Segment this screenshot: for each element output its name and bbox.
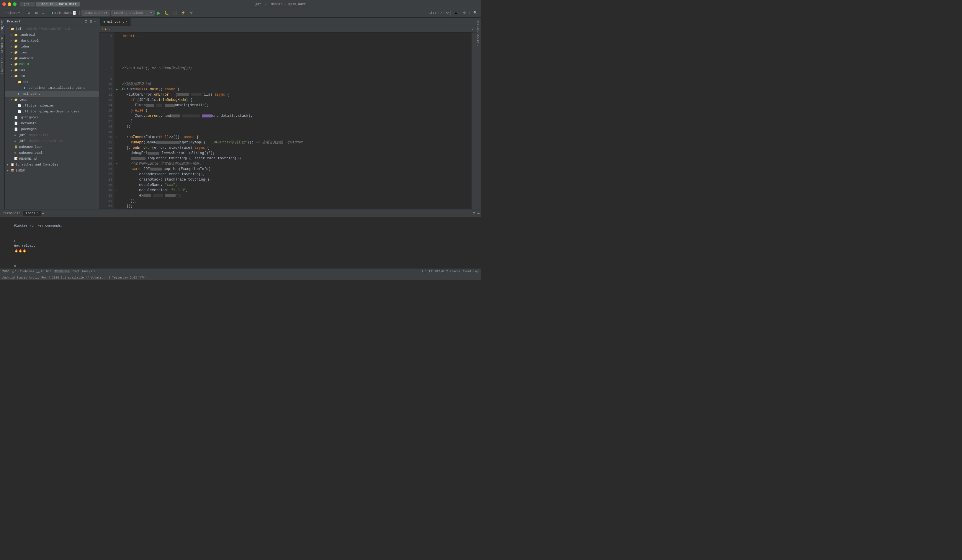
tree-item-pubspec-lock[interactable]: ▶ 🔒 pubspec.lock bbox=[5, 144, 99, 150]
devices-label: Loading Devices... bbox=[114, 11, 149, 15]
toolbar-sep-5 bbox=[470, 11, 470, 15]
todo-status[interactable]: TODO bbox=[2, 270, 10, 273]
tab-close-btn[interactable]: × bbox=[126, 20, 128, 23]
label-ios: .ios bbox=[19, 51, 27, 54]
close-button[interactable] bbox=[2, 2, 6, 6]
title-bar-tabs: jdf_ _module – main.dart bbox=[20, 2, 80, 6]
code-line-1: import ... bbox=[122, 34, 469, 39]
tree-item-packages[interactable]: ▶ 📄 .packages bbox=[5, 126, 99, 132]
event-log[interactable]: Event Log bbox=[463, 270, 479, 273]
status-bar-right: 1:1 LF UTF-8 2 spaces Event Log bbox=[421, 270, 479, 273]
tree-item-metadata[interactable]: ▶ 📄 .metadata bbox=[5, 120, 99, 126]
label-ios2: ios bbox=[19, 68, 25, 72]
term-text-1: Flutter run key commands. bbox=[14, 224, 63, 228]
todo-label: TODO bbox=[2, 270, 10, 273]
flutter-icon[interactable]: ⚙ bbox=[461, 10, 468, 15]
tree-item-lib[interactable]: ▾ 📁 lib bbox=[5, 73, 99, 79]
tree-item-act[interactable]: ▾ 📁 act bbox=[5, 79, 99, 85]
code-line-13: if (JDFUtils.isInDebugMode) { bbox=[122, 97, 469, 103]
spacer-pkg: ▶ bbox=[11, 128, 14, 131]
layout-icon[interactable]: ⊞ bbox=[33, 10, 40, 15]
title-tab-1[interactable]: jdf_ bbox=[20, 2, 35, 6]
debug-button[interactable]: 🐛 bbox=[163, 11, 170, 15]
sidebar-label-structure[interactable]: Structure bbox=[0, 35, 5, 55]
editor-tab-main-dart[interactable]: ◆ main.dart × bbox=[100, 18, 131, 26]
terminal-label: Terminal: bbox=[1, 211, 22, 215]
tree-item-container[interactable]: ▶ ◆ container_initialization.dart bbox=[5, 85, 99, 91]
tree-item-build[interactable]: ▶ 📁 build bbox=[5, 61, 99, 67]
stop-button[interactable]: ⬛ bbox=[171, 11, 178, 15]
sidebar-label-project[interactable]: Project bbox=[0, 18, 5, 35]
encoding: UTF-8 bbox=[435, 270, 444, 273]
layout-icon2[interactable]: ⊞ bbox=[89, 19, 93, 24]
add-terminal-btn[interactable]: + bbox=[42, 211, 44, 216]
flutter-outline-label[interactable]: Flutter Outline bbox=[477, 20, 480, 47]
sidebar-label-favorites[interactable]: Favorites bbox=[0, 55, 5, 76]
file-close-btn[interactable]: × bbox=[73, 11, 76, 15]
update-bar: Android Studio Arctic Fox | 2020.3.1 ava… bbox=[0, 275, 481, 280]
terminal-status[interactable]: Terminal bbox=[54, 270, 70, 273]
tree-item-android[interactable]: ▶ 📁 .android bbox=[5, 32, 99, 38]
minus-icon[interactable]: – bbox=[94, 19, 97, 24]
local-tab-close[interactable]: × bbox=[37, 211, 38, 215]
minimize-button[interactable] bbox=[8, 2, 11, 6]
dart-icon-container: ◆ bbox=[24, 86, 28, 90]
tree-item-iml1[interactable]: ▶ ◈ jdf_ _module.iml bbox=[5, 132, 99, 138]
tree-item-external[interactable]: ▶ 📦 外部库 bbox=[5, 168, 99, 173]
fold-29[interactable]: ▾ bbox=[116, 189, 118, 192]
device-icon[interactable]: 📱 bbox=[452, 10, 460, 15]
maximize-button[interactable] bbox=[13, 2, 16, 6]
fold-20[interactable]: ▾ bbox=[116, 136, 118, 139]
devices-selector[interactable]: Loading Devices... ▾ bbox=[111, 10, 155, 16]
gear-icon[interactable]: ⚙ bbox=[26, 10, 32, 15]
code-line-15: } else { bbox=[122, 108, 469, 113]
tree-item-ios[interactable]: ▶ 📁 .ios bbox=[5, 50, 99, 55]
ln-31: 31 bbox=[99, 193, 112, 198]
code-area[interactable]: import ... //void main() => runApp(MyApp… bbox=[120, 32, 471, 209]
title-tab-2[interactable]: _module – main.dart bbox=[36, 2, 80, 6]
settings-icon[interactable]: ⚙ bbox=[84, 19, 88, 24]
label-metadata: .metadata bbox=[19, 121, 37, 125]
tree-item-android2[interactable]: ▶ 📁 android bbox=[5, 55, 99, 61]
tree-item-idea[interactable]: ▶ 📁 .idea bbox=[5, 44, 99, 50]
hot-reload-button[interactable]: ⚡ bbox=[179, 10, 187, 15]
scroll-indicator[interactable] bbox=[471, 32, 476, 209]
term-line-3: R Hot restart. bbox=[2, 258, 479, 268]
git-status-bar[interactable]: ⎇ 9: Git bbox=[36, 270, 52, 273]
spacer-main: ▶ bbox=[14, 92, 18, 95]
tree-item-fpd[interactable]: ▶ 📄 .flutter-plugins-dependencies bbox=[5, 108, 99, 115]
branch-label: main.dart bbox=[88, 11, 105, 15]
spacer-iml2: ▶ bbox=[11, 140, 14, 143]
branch-selector[interactable]: ⎇ main.dart ▾ bbox=[81, 10, 110, 16]
problems-status[interactable]: ⚠ 6: Problems bbox=[12, 270, 34, 273]
label-lib: lib bbox=[19, 74, 25, 78]
tree-item-pubspec-yaml[interactable]: ▶ ◈ pubspec.yaml bbox=[5, 150, 99, 156]
fold-24[interactable]: ▾ bbox=[116, 162, 118, 166]
terminal-tab-local[interactable]: Local × bbox=[23, 211, 41, 216]
ln-32: 32 bbox=[99, 198, 112, 203]
tree-item-gitignore[interactable]: ▶ 📄 .gitignore bbox=[5, 115, 99, 120]
project-dropdown[interactable]: Project ▾ bbox=[2, 10, 22, 15]
run-gutter-10[interactable]: ▶ bbox=[116, 88, 118, 91]
code-line-9 bbox=[122, 76, 469, 81]
search-everywhere-btn[interactable]: 🔍 bbox=[471, 10, 479, 15]
tree-root[interactable]: ▾ 📁 jdf_ _module ~/Desktop/jdf _mod bbox=[5, 26, 99, 32]
file-path-breadcrumb[interactable]: ◆ main.dart × bbox=[50, 10, 77, 16]
tree-item-ios2[interactable]: ▶ 📁 ios bbox=[5, 67, 99, 73]
tree-item-dart-tool[interactable]: ▶ 📁 .dart_tool bbox=[5, 38, 99, 44]
tree-item-flutter-plugins[interactable]: ▶ 📄 .flutter-plugins bbox=[5, 103, 99, 108]
terminal-minimize-btn[interactable]: – bbox=[477, 211, 480, 216]
tree-item-main-dart[interactable]: ▶ ◆ main.dart bbox=[5, 91, 99, 97]
hot-restart-button[interactable]: ↺ bbox=[188, 10, 194, 15]
run-button[interactable]: ▶ bbox=[156, 10, 162, 16]
minimize-icon[interactable]: – bbox=[41, 11, 46, 15]
tree-item-scratches[interactable]: ▶ 📋 Scratches and Consoles bbox=[5, 162, 99, 168]
code-line-21: runApp(BaseF iget(MyApp(), "JDFlutter示例工… bbox=[122, 140, 469, 145]
terminal-settings-btn[interactable]: ⚙ bbox=[472, 211, 476, 216]
tree-item-iml2[interactable]: ▶ ◈ jdf_ _module_android.iml bbox=[5, 138, 99, 144]
tree-item-readme[interactable]: ▶ 📝 README.md bbox=[5, 156, 99, 162]
dart-analysis-status[interactable]: Dart Analysis bbox=[73, 270, 95, 273]
git-check-icon: ✓ bbox=[437, 11, 439, 15]
tree-item-test[interactable]: ▾ 📁 test bbox=[5, 97, 99, 103]
notification-expand[interactable]: ▾ bbox=[471, 27, 473, 31]
